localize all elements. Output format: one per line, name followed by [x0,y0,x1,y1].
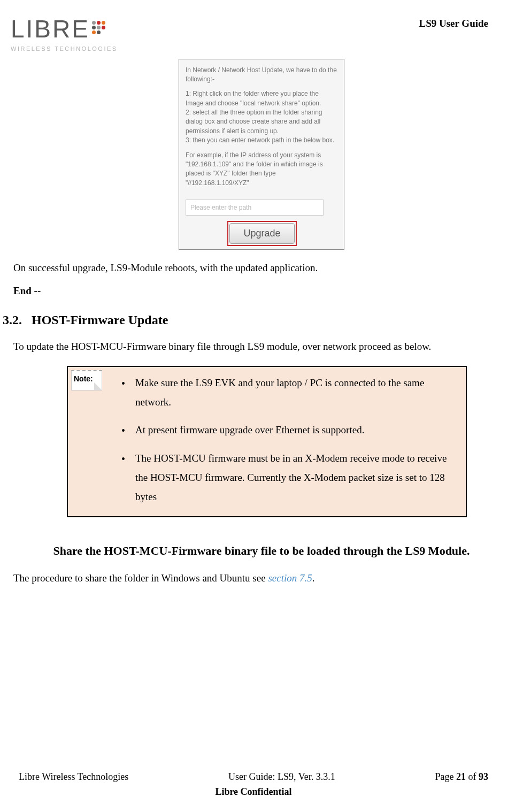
note-sticky-icon: Note: [71,370,102,390]
note-item: The HOST-MCU firmware must be in an X-Mo… [121,449,458,507]
dialog-example: For example, if the IP address of your s… [186,151,337,188]
dialog-step-1: 1: Right click on the folder where you p… [186,90,321,106]
end-marker: End -- [13,284,510,299]
dialog-intro: In Network / Network Host Update, we hav… [186,66,337,85]
logo-subtitle: WIRELESS TECHNOLOGIES [11,44,131,53]
page-content: In Network / Network Host Update, we hav… [0,59,523,586]
logo-text: LIBRE [11,11,90,48]
share-para-prefix: The procedure to share the folder in Win… [13,572,268,584]
upgrade-button-highlight: Upgrade [227,221,297,246]
note-box: Note: Make sure the LS9 EVK and your lap… [67,366,467,517]
section-link[interactable]: section 7.5 [268,572,312,584]
footer-page-number: Page 21 of 93 [435,770,488,784]
section-number: 3.2. [3,310,22,330]
dialog-step-3: 3: then you can enter network path in th… [186,136,334,144]
section-title: HOST-Firmware Update [32,310,168,330]
section-heading: 3.2. HOST-Firmware Update [13,310,510,330]
share-para-suffix: . [312,572,315,584]
note-label: Note: [74,374,93,383]
page-header: LIBRE WIRELESS TECHNOLOGIES LS9 User Gui… [0,0,523,53]
document-title: LS9 User Guide [419,16,488,32]
footer-company: Libre Wireless Technologies [19,770,128,784]
upgrade-button: Upgrade [229,223,295,244]
success-paragraph: On successful upgrade, LS9-Module reboot… [13,261,510,276]
dialog-step-2: 2: select all the three option in the fo… [186,109,322,135]
upgrade-dialog-screenshot: In Network / Network Host Update, we hav… [179,59,344,250]
share-heading: Share the HOST-MCU-Firmware binary file … [29,540,494,562]
note-item: At present firmware upgrade over Etherne… [121,420,458,440]
company-logo: LIBRE WIRELESS TECHNOLOGIES [11,11,131,53]
footer-confidential: Libre Confidential [215,786,291,797]
logo-dots-icon [92,21,105,34]
network-path-input: Please enter the path [186,200,324,216]
share-paragraph: The procedure to share the folder in Win… [13,571,510,586]
section-intro: To update the HOST-MCU-Firmware binary f… [13,337,510,356]
footer-doc-version: User Guide: LS9, Ver. 3.3.1 [228,770,335,784]
note-item: Make sure the LS9 EVK and your laptop / … [121,373,458,412]
page-footer: Libre Wireless Technologies User Guide: … [0,770,523,799]
